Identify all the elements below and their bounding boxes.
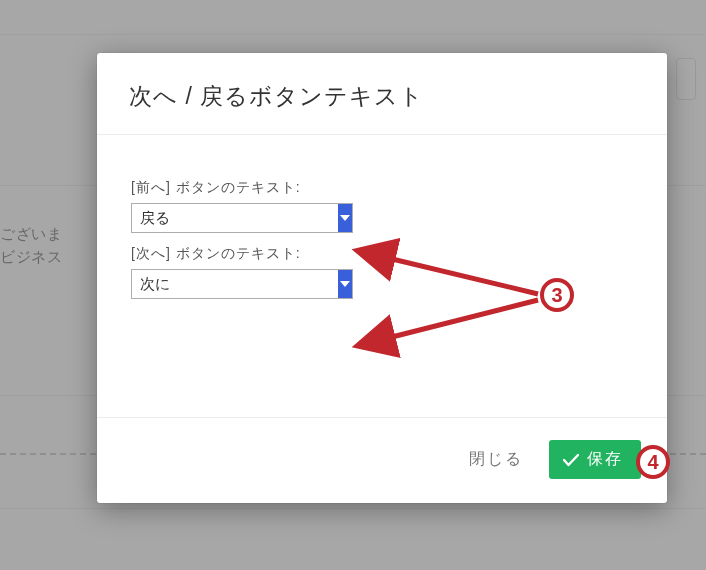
button-text-modal: 次へ / 戻るボタンテキスト [前へ] ボタンのテキスト: [次へ] ボタンのテ… [97, 53, 667, 503]
modal-header: 次へ / 戻るボタンテキスト [97, 53, 667, 135]
prev-button-text-input[interactable] [132, 204, 338, 232]
chevron-down-icon [340, 215, 350, 221]
modal-title: 次へ / 戻るボタンテキスト [129, 81, 635, 112]
save-button-label: 保存 [587, 449, 623, 470]
close-button[interactable]: 閉じる [469, 449, 523, 470]
next-button-text-label: [次へ] ボタンのテキスト: [131, 245, 633, 263]
prev-button-text-combobox[interactable] [131, 203, 353, 233]
prev-button-text-field: [前へ] ボタンのテキスト: [131, 179, 633, 233]
check-icon [563, 453, 579, 467]
save-button[interactable]: 保存 [549, 440, 641, 479]
modal-body: [前へ] ボタンのテキスト: [次へ] ボタンのテキスト: [97, 135, 667, 417]
next-button-text-dropdown-trigger[interactable] [338, 270, 352, 298]
modal-footer: 閉じる 保存 [97, 417, 667, 503]
next-button-text-input[interactable] [132, 270, 338, 298]
next-button-text-field: [次へ] ボタンのテキスト: [131, 245, 633, 299]
chevron-down-icon [340, 281, 350, 287]
prev-button-text-dropdown-trigger[interactable] [338, 204, 352, 232]
prev-button-text-label: [前へ] ボタンのテキスト: [131, 179, 633, 197]
next-button-text-combobox[interactable] [131, 269, 353, 299]
